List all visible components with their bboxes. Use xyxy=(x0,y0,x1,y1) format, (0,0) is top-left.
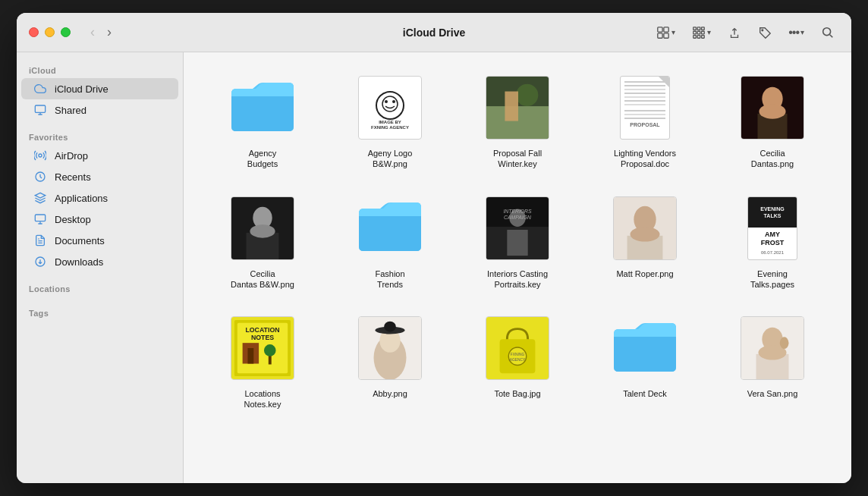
file-item-interiors-casting[interactable]: INTERIORS CAMPAIGN Interiors CastingPort… xyxy=(457,188,578,297)
file-thumb-cecilia-bw xyxy=(228,194,297,262)
svg-text:IMAGE BY: IMAGE BY xyxy=(379,120,401,124)
svg-rect-4 xyxy=(693,27,697,30)
folder-icon-talent-deck xyxy=(611,320,679,377)
back-button[interactable]: ‹ xyxy=(86,23,99,42)
sidebar-item-downloads[interactable]: Downloads xyxy=(21,251,178,272)
file-name-interiors-casting: Interiors CastingPortraits.key xyxy=(487,268,548,290)
sidebar-item-documents[interactable]: Documents xyxy=(21,230,178,251)
file-item-evening-talks[interactable]: EVENINGTALKS AMYFROST 06.07.2021 Evening… xyxy=(712,188,833,297)
airdrop-icon xyxy=(33,149,47,162)
minimize-button[interactable] xyxy=(45,27,55,37)
svg-text:CAMPAIGN: CAMPAIGN xyxy=(504,215,531,220)
svg-rect-7 xyxy=(693,31,697,34)
search-icon xyxy=(821,26,835,39)
svg-text:LOCATION: LOCATION xyxy=(245,326,279,334)
svg-text:FXNING AGENCY: FXNING AGENCY xyxy=(371,125,409,130)
file-item-tote-bag[interactable]: FXNING AGENCY Tote Bag.jpg xyxy=(457,308,578,416)
svg-point-24 xyxy=(392,100,395,103)
more-button[interactable]: ••• ▾ xyxy=(784,23,809,42)
file-item-vera-san[interactable]: Vera San.png xyxy=(712,308,833,416)
thumb-tote-bag: FXNING AGENCY xyxy=(486,316,549,380)
sidebar-item-icloud-drive[interactable]: iCloud Drive xyxy=(21,78,178,99)
view-gallery-button[interactable]: ▾ xyxy=(687,23,715,42)
ellipsis-icon: ••• xyxy=(788,26,799,39)
finder-window: ‹ › iCloud Drive ▾ xyxy=(17,13,851,483)
thumb-interiors-casting: INTERIORS CAMPAIGN xyxy=(486,196,549,260)
svg-point-23 xyxy=(385,100,388,103)
thumb-matt-roper xyxy=(613,196,677,260)
grid-icon xyxy=(656,26,670,39)
file-item-cecilia-bw[interactable]: CeciliaDantas B&W.png xyxy=(202,188,323,297)
svg-rect-0 xyxy=(658,27,662,31)
file-name-agency-logo: Ageny LogoB&W.png xyxy=(368,148,413,170)
chevron-down-icon: ▾ xyxy=(671,28,675,36)
recents-label: Recents xyxy=(55,171,91,183)
tag-button[interactable] xyxy=(753,23,776,42)
view-grid-button[interactable]: ▾ xyxy=(652,23,680,42)
maximize-button[interactable] xyxy=(61,27,71,37)
sidebar-item-desktop[interactable]: Desktop xyxy=(21,209,178,230)
chevron-down-icon2: ▾ xyxy=(707,28,711,36)
file-item-proposal-fall[interactable]: Proposal FallWinter.key xyxy=(457,67,578,176)
file-item-lighting-vendors[interactable]: PROPOSAL Lighting VendorsProposal.doc xyxy=(584,67,706,176)
file-item-agency-logo[interactable]: IMAGE BY FXNING AGENCY Ageny LogoB&W.png xyxy=(329,67,451,176)
svg-point-38 xyxy=(250,224,275,238)
file-item-abby[interactable]: Abby.png xyxy=(329,308,451,416)
file-name-abby: Abby.png xyxy=(373,388,407,399)
svg-point-72 xyxy=(780,337,789,350)
file-item-location-notes[interactable]: LOCATION NOTES LocationsNotes.key xyxy=(202,308,323,416)
recents-icon xyxy=(33,170,47,184)
file-name-cecilia-bw: CeciliaDantas B&W.png xyxy=(231,268,294,290)
thumb-vera-san xyxy=(741,316,804,380)
forward-button[interactable]: › xyxy=(102,23,116,42)
desktop-icon xyxy=(33,212,47,226)
downloads-icon xyxy=(33,255,47,268)
svg-rect-8 xyxy=(697,31,700,34)
svg-rect-12 xyxy=(702,35,705,38)
file-thumb-evening-talks: EVENINGTALKS AMYFROST 06.07.2021 xyxy=(738,194,807,262)
sidebar-item-airdrop[interactable]: AirDrop xyxy=(21,145,178,166)
cecilia-dantas-preview xyxy=(741,76,804,140)
search-button[interactable] xyxy=(816,23,839,42)
folder-icon-agency-budgets xyxy=(228,80,297,137)
thumb-cecilia-bw xyxy=(231,196,294,260)
share-button[interactable] xyxy=(723,23,746,42)
svg-text:AGENCY: AGENCY xyxy=(510,358,526,362)
share-icon xyxy=(728,26,741,39)
documents-icon xyxy=(33,234,47,247)
file-name-agency-budgets: AgencyBudgets xyxy=(247,148,278,170)
file-name-vera-san: Vera San.png xyxy=(747,388,798,399)
file-name-location-notes: LocationsNotes.key xyxy=(244,388,281,410)
svg-rect-30 xyxy=(505,92,518,121)
sidebar-section-locations: Locations xyxy=(17,280,183,297)
sidebar-item-shared[interactable]: Shared xyxy=(21,99,178,121)
svg-rect-2 xyxy=(658,33,662,37)
sidebar-section-tags: Tags xyxy=(17,304,183,321)
file-item-cecilia-dantas[interactable]: CeciliaDantas.png xyxy=(712,67,833,176)
file-name-lighting-vendors: Lighting VendorsProposal.doc xyxy=(614,148,676,170)
file-item-agency-budgets[interactable]: AgencyBudgets xyxy=(202,67,323,176)
file-item-fashion-trends[interactable]: FashionTrends xyxy=(329,188,451,297)
file-item-talent-deck[interactable]: Talent Deck xyxy=(584,308,706,416)
svg-rect-9 xyxy=(702,31,705,34)
svg-rect-53 xyxy=(247,348,253,364)
file-item-matt-roper[interactable]: Matt Roper.png xyxy=(584,188,706,297)
icloud-drive-icon xyxy=(33,82,47,96)
file-thumb-matt-roper xyxy=(611,194,679,262)
file-thumb-abby xyxy=(356,314,424,382)
sidebar-item-applications[interactable]: Applications xyxy=(21,187,178,209)
close-button[interactable] xyxy=(29,27,39,37)
sidebar-section-icloud: iCloud xyxy=(17,61,183,78)
vera-san-preview xyxy=(741,316,804,380)
thumb-proposal-fall xyxy=(486,76,549,140)
svg-point-14 xyxy=(823,27,831,35)
file-name-evening-talks: EveningTalks.pages xyxy=(750,268,794,290)
sidebar-item-recents[interactable]: Recents xyxy=(21,166,178,187)
downloads-label: Downloads xyxy=(55,256,103,268)
file-name-fashion-trends: FashionTrends xyxy=(375,268,404,290)
gallery-icon xyxy=(692,26,706,39)
svg-text:INTERIORS: INTERIORS xyxy=(503,209,532,214)
svg-rect-10 xyxy=(693,35,697,38)
cecilia-bw-preview xyxy=(231,196,294,260)
interiors-preview: INTERIORS CAMPAIGN xyxy=(486,196,549,260)
